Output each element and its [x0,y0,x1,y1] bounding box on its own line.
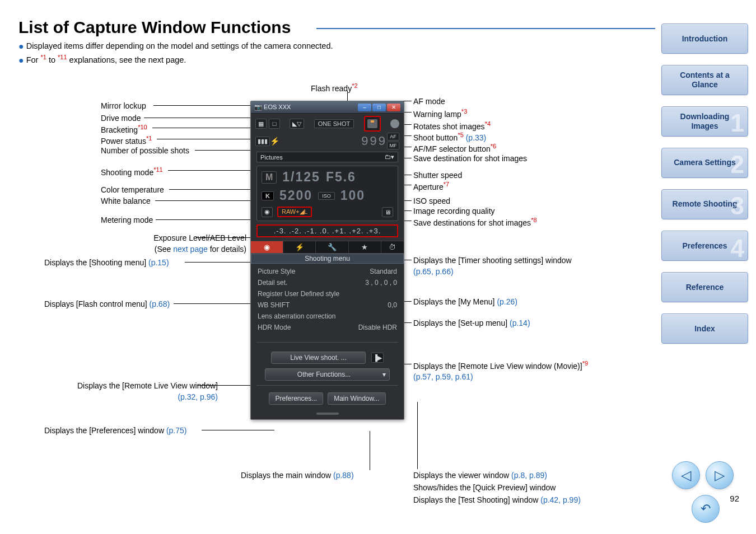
tab-label: Shooting menu [251,254,404,264]
label-warning-lamp: Warning lamp*3 [413,107,467,120]
mirror-lockup-icon[interactable]: ▦ [255,119,267,129]
intro-note-1-text: Displayed items differ depending on the … [26,41,333,50]
live-view-button[interactable]: Live View shoot. ... [271,352,366,364]
shooting-mode-button[interactable]: M [262,171,277,184]
label-flash-ready: Flash ready*2 [311,82,358,94]
label-white-balance: White balance [101,196,151,207]
movie-icon[interactable]: ▐▶ [371,353,384,363]
label-preferences-window: Displays the [Preferences] window (p.75) [44,425,186,437]
close-icon[interactable]: ✕ [387,104,400,111]
label-bracketing: Bracketing*10 [101,123,147,135]
window-title: EOS XXX [264,104,291,110]
label-viewer-window: Displays the viewer window (p.8, p.89) [413,470,547,481]
label-my-menu: Displays the [My Menu] (p.26) [413,297,517,308]
prev-page-button[interactable]: ◁ [672,461,700,489]
menu-item-hdr-mode[interactable]: HDR ModeDisable HDR [251,322,404,333]
other-functions-button[interactable]: Other Functions... ▾ [265,368,390,381]
shutter-speed-value[interactable]: 1/125 [282,170,320,185]
intro-note-2: ●For *1 to *11 explanations, see the nex… [18,54,186,65]
label-afmf-selector: AF/MF selector button*6 [413,142,496,154]
label-flash-control-menu: Displays [Flash control menu] (p.68) [44,299,170,310]
flash-ready-icon: ⚡ [270,137,279,146]
label-shooting-menu: Displays the [Shooting menu] (p.15) [44,257,169,269]
tab-shooting[interactable]: ◉ [251,241,283,253]
capture-window: 📷 EOS XXX – □ ✕ ▦ □ ◣▽ ONE SHOT ▮▮▮ ⚡ 99… [250,101,404,420]
tab-setup[interactable]: 🔧 [316,241,348,253]
bracketing-icon[interactable]: ◣▽ [290,119,304,129]
drive-mode-icon[interactable]: □ [269,119,280,129]
mf-toggle[interactable]: MF [387,142,399,149]
label-timer-settings: Displays the [Timer shooting settings] w… [413,255,609,277]
title-rule [316,28,655,29]
label-af-mode: AF mode [413,96,445,107]
label-test-shooting: Displays the [Test Shooting] window (p.4… [413,495,581,506]
label-image-quality: Image recording quality [413,206,495,217]
preferences-button[interactable]: Preferences... [269,392,323,405]
sidebar-item-preferences[interactable]: Preferences4 [661,231,748,261]
af-toggle[interactable]: AF [387,133,399,140]
shoot-button[interactable] [364,116,381,132]
label-exposure-level: Exposure Level/AEB Level (See next page … [101,233,246,255]
label-power-status: Power status*1 [101,134,152,147]
menu-item-picture-style[interactable]: Picture StyleStandard [251,266,404,277]
label-possible-shots: Number of possible shots [101,146,189,157]
label-shutter-speed: Shutter speed [413,170,462,181]
minimize-icon[interactable]: – [358,104,371,111]
label-color-temperature: Color temperature [101,185,164,196]
status-row: ▮▮▮ ⚡ 999 AF MF [251,133,404,151]
sidebar-item-remote-shooting[interactable]: Remote Shooting3 [661,189,748,219]
battery-icon: ▮▮▮ [255,137,270,146]
sidebar-item-camera-settings[interactable]: Camera Settings2 [661,148,748,178]
iso-value[interactable]: 100 [340,188,365,203]
label-quick-preview: Shows/hides the [Quick Preview] window [413,483,556,494]
sidebar-item-contents[interactable]: Contents at a Glance [661,65,748,95]
page-title: List of Capture Window Functions [18,18,291,37]
page-number: 92 [730,494,739,503]
warning-lamp-icon [390,119,399,128]
sidebar-item-introduction[interactable]: Introduction [661,24,748,54]
label-mirror-lockup: Mirror lockup [101,101,146,112]
titlebar: 📷 EOS XXX – □ ✕ [251,101,404,114]
save-destination-selector[interactable]: Pictures 🗀▾ [256,152,398,162]
top-controls-row: ▦ □ ◣▽ ONE SHOT [251,114,404,133]
main-window-button[interactable]: Main Window... [328,392,385,405]
shooting-menu-list: Picture StyleStandard Detail set.3 , 0 ,… [251,264,404,338]
tab-timer[interactable]: ⏱ [381,241,404,253]
label-remote-live-view: Displays the [Remote Live View window](p… [44,381,218,402]
tab-mymenu[interactable]: ★ [349,241,381,253]
white-balance-button[interactable]: K [262,191,274,200]
menu-item-lens-aberration[interactable]: Lens aberration correction [251,311,404,322]
menu-item-register-style[interactable]: Register User Defined style [251,288,404,299]
color-temperature-value[interactable]: 5200 [279,188,312,203]
tab-flash[interactable]: ⚡ [283,241,316,253]
label-save-destinations: Save destinations for shot images*8 [413,216,537,228]
label-rlv-movie: Displays the [Remote Live View window (M… [413,359,637,383]
label-shooting-mode: Shooting mode*11 [101,166,163,178]
menu-tabbar: ◉ ⚡ 🔧 ★ ⏱ [251,241,404,254]
sidebar-item-index[interactable]: Index [661,313,748,344]
metering-mode-icon[interactable]: ◉ [262,207,273,217]
exposure-panel: M 1/125 F5.6 K 5200 ISO 100 ◉ RAW+◢L 🖥 [256,166,398,221]
iso-label-icon: ISO [318,192,335,200]
back-button[interactable]: ↶ [692,495,720,523]
save-dest-images-icon[interactable]: 🖥 [382,207,393,217]
sidebar: Introduction Contents at a Glance Downlo… [661,24,748,344]
menu-item-wb-shift[interactable]: WB SHIFT0,0 [251,299,404,311]
menu-item-detail-set[interactable]: Detail set.3 , 0 , 0 , 0 [251,277,404,288]
label-shoot-button: Shoot button*5 (p.33) [413,131,486,143]
af-mode-button[interactable]: ONE SHOT [314,119,354,128]
next-page-button[interactable]: ▷ [706,461,734,489]
label-iso-speed: ISO speed [413,196,450,207]
image-quality-button[interactable]: RAW+◢L [277,207,312,217]
aperture-value[interactable]: F5.6 [326,170,356,185]
label-save-destination: Save destination for shot images [413,153,527,165]
page-nav: ◁ ▷ [672,461,734,489]
intro-note-1: ●Displayed items differ depending on the… [18,41,333,51]
maximize-icon[interactable]: □ [372,104,386,111]
resize-handle-icon[interactable] [316,413,339,415]
sidebar-item-reference[interactable]: Reference [661,272,748,302]
exposure-scale[interactable]: .-3. .-2. .-1. .0. .+1. .+2. .+3. [256,224,398,237]
label-rotates-images: Rotates shot images*4 [413,120,491,132]
shots-counter: 999 [361,134,387,148]
sidebar-item-downloading[interactable]: Downloading Images1 [661,106,748,137]
